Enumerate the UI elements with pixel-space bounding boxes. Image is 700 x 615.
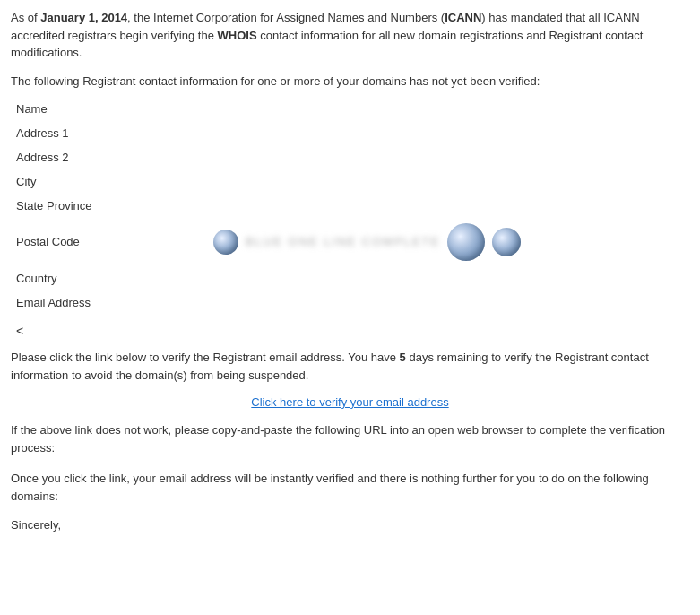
blurred-text: BLUE ONE LINE COMPLETE [246,235,440,248]
url-paragraph: If the above link does not work, please … [11,421,689,457]
contact-label-address2: Address 2 [16,151,160,164]
contact-row-city: City [11,169,689,194]
contact-label-address1: Address 1 [16,126,160,140]
captcha-container: BLUE ONE LINE COMPLETE [213,223,521,261]
contact-label-email: Email Address [16,296,160,309]
bubble-large [447,223,485,261]
contact-label-name: Name [16,102,160,116]
contact-row-postal: Postal Code BLUE ONE LINE COMPLETE [11,218,689,266]
contact-label-postal: Postal Code [16,235,160,248]
contact-table: Name Address 1 Address 2 City State Prov… [11,97,689,315]
verify-paragraph: Please click the link below to verify th… [11,349,689,385]
contact-label-country: Country [16,272,160,285]
intro-paragraph: As of January 1, 2014, the Internet Corp… [11,9,689,62]
verify-email-link[interactable]: Click here to verify your email address [251,395,448,409]
once-paragraph: Once you click the link, your email addr… [11,470,689,506]
verify-link-container: Click here to verify your email address [11,395,689,409]
contact-row-address2: Address 2 [11,145,689,169]
contact-row-name: Name [11,97,689,121]
contact-label-state: State Province [16,199,160,212]
sincerely-text: Sincerely, [11,518,689,532]
bubble-medium [492,228,521,256]
contact-row-email: Email Address [11,290,689,315]
bubble-small [213,230,238,255]
contact-row-address1: Address 1 [11,121,689,145]
not-verified-text: The following Registrant contact informa… [11,74,689,88]
back-arrow: < [11,322,689,342]
contact-row-country: Country [11,266,689,290]
contact-label-city: City [16,175,160,188]
contact-row-state: State Province [11,194,689,218]
